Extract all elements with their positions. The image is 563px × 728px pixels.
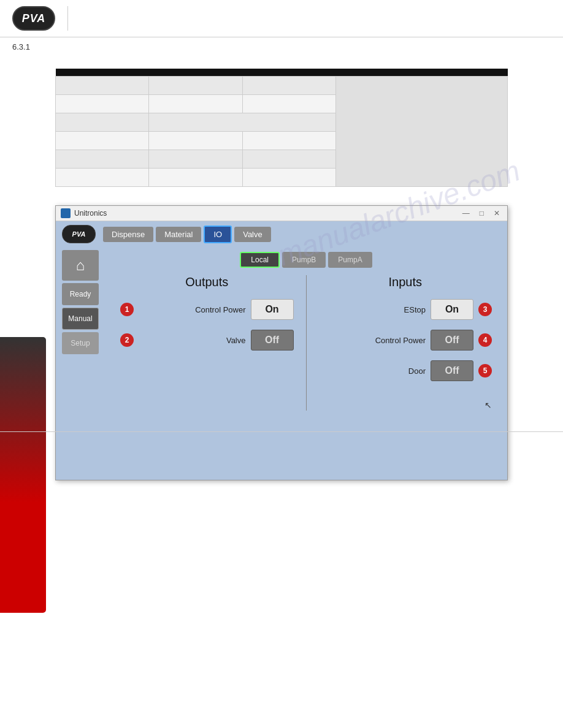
inputs-title: Inputs <box>319 275 492 289</box>
header-divider <box>67 6 68 31</box>
footer-bar <box>0 431 563 480</box>
nav-tab-material[interactable]: Material <box>156 227 201 242</box>
output-valve-label: Valve <box>139 336 246 345</box>
window-title-text: Unitronics <box>74 209 107 218</box>
table-header-right <box>335 69 507 77</box>
window-controls[interactable]: — □ ✕ <box>460 209 502 218</box>
header: PVA <box>0 0 563 37</box>
input-estop-label: EStop <box>319 305 426 314</box>
sub-tabs: Local PumpB PumpA <box>114 252 498 268</box>
io-panels: Outputs 1 Control Power On 2 Valve Off <box>114 275 498 411</box>
sidebar-item-manual[interactable]: Manual <box>62 308 99 330</box>
input-row-estop: EStop On 3 <box>319 299 492 320</box>
data-table <box>55 69 508 187</box>
home-icon: ⌂ <box>76 257 85 274</box>
table-row <box>56 77 508 95</box>
nav-tab-io[interactable]: IO <box>204 226 232 243</box>
badge-1: 1 <box>120 303 134 316</box>
input-estop-button[interactable]: On <box>431 299 473 320</box>
window-titlebar: Unitronics — □ ✕ <box>56 206 507 221</box>
nav-tab-dispense[interactable]: Dispense <box>103 227 153 242</box>
output-row-control-power: 1 Control Power On <box>120 299 294 320</box>
outputs-panel: Outputs 1 Control Power On 2 Valve Off <box>114 275 300 411</box>
minimize-button[interactable]: — <box>460 209 472 218</box>
sub-tab-local[interactable]: Local <box>240 252 280 268</box>
nav-tab-valve[interactable]: Valve <box>234 227 271 242</box>
maximize-button[interactable]: □ <box>477 209 486 218</box>
sidebar-item-setup[interactable]: Setup <box>62 332 99 354</box>
pva-logo: PVA <box>12 6 55 31</box>
app-logo: PVA <box>62 225 96 243</box>
output-row-valve: 2 Valve Off <box>120 330 294 351</box>
home-button[interactable]: ⌂ <box>62 250 99 281</box>
badge-3: 3 <box>478 303 492 316</box>
table-section <box>55 69 508 187</box>
table-header-left <box>56 69 336 77</box>
input-row-door: Door Off 5 <box>319 360 492 381</box>
output-valve-button[interactable]: Off <box>251 330 294 351</box>
sidebar-item-ready[interactable]: Ready <box>62 283 99 305</box>
badge-4: 4 <box>478 333 492 347</box>
input-door-button[interactable]: Off <box>431 360 473 381</box>
input-control-power-button[interactable]: Off <box>431 330 473 351</box>
io-divider <box>306 275 307 411</box>
sub-tab-pumpa[interactable]: PumpA <box>328 252 372 268</box>
badge-2: 2 <box>120 333 134 347</box>
inputs-panel: Inputs EStop On 3 Control Power Off 4 <box>313 275 499 411</box>
output-control-power-label: Control Power <box>139 305 246 314</box>
input-row-control-power: Control Power Off 4 <box>319 330 492 351</box>
outputs-title: Outputs <box>120 275 294 289</box>
output-control-power-button[interactable]: On <box>251 299 294 320</box>
version-label: 6.3.1 <box>0 37 563 56</box>
input-door-label: Door <box>319 366 426 376</box>
close-button[interactable]: ✕ <box>491 209 502 218</box>
cursor-indicator: ↖ <box>484 400 492 410</box>
badge-5: 5 <box>478 364 492 377</box>
nav-bar: PVA Dispense Material IO Valve <box>56 221 507 247</box>
sub-tab-pumpb[interactable]: PumpB <box>282 252 326 268</box>
input-control-power-label: Control Power <box>319 336 426 345</box>
unitronics-icon <box>61 208 71 218</box>
window-title-left: Unitronics <box>61 208 107 218</box>
